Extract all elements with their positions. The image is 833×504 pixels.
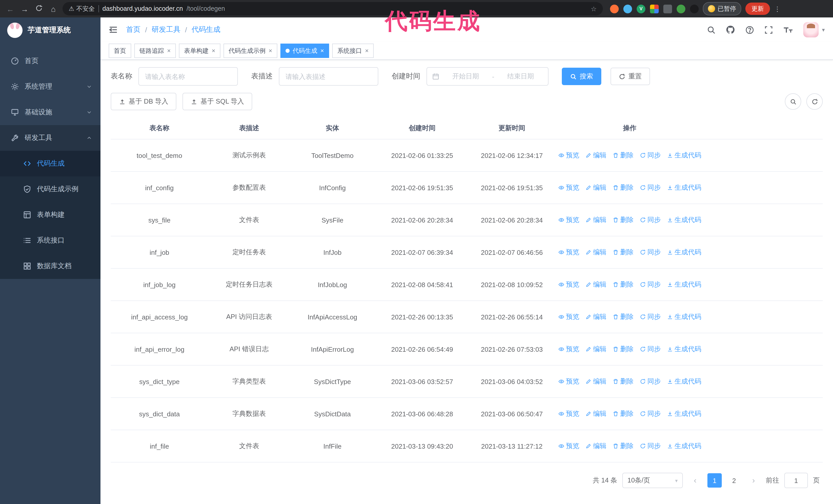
generate-code-link[interactable]: 生成代码 [667, 280, 701, 289]
preview-link[interactable]: 预览 [558, 280, 579, 289]
help-icon[interactable] [745, 25, 754, 34]
sync-link[interactable]: 同步 [640, 280, 661, 289]
tab-codegen[interactable]: 代码生成 × [280, 44, 329, 58]
edit-link[interactable]: 编辑 [586, 377, 606, 386]
preview-link[interactable]: 预览 [558, 377, 579, 386]
chrome-update-button[interactable]: 更新 [745, 3, 770, 15]
delete-link[interactable]: 删除 [613, 248, 634, 257]
edit-link[interactable]: 编辑 [586, 280, 606, 289]
fullscreen-icon[interactable] [765, 25, 773, 34]
preview-link[interactable]: 预览 [558, 215, 579, 224]
reload-icon[interactable] [34, 4, 44, 13]
sync-link[interactable]: 同步 [640, 312, 661, 321]
edit-link[interactable]: 编辑 [586, 441, 606, 451]
sync-link[interactable]: 同步 [640, 248, 661, 257]
sidebar-item-db-doc[interactable]: 数据库文档 [0, 253, 100, 279]
breadcrumb-home[interactable]: 首页 [126, 25, 140, 34]
generate-code-link[interactable]: 生成代码 [667, 441, 701, 451]
sync-link[interactable]: 同步 [640, 377, 661, 386]
edit-link[interactable]: 编辑 [586, 409, 606, 418]
profile-paused-chip[interactable]: 已暂停 [703, 2, 741, 16]
sync-link[interactable]: 同步 [640, 215, 661, 224]
generate-code-link[interactable]: 生成代码 [667, 183, 701, 192]
sidebar-item-dev-tools[interactable]: 研发工具 [0, 125, 100, 151]
extension-icon[interactable] [623, 4, 632, 13]
edit-link[interactable]: 编辑 [586, 151, 606, 160]
address-bar[interactable]: ⚠ 不安全 dashboard.yudao.iocoder.cn/tool/co… [63, 2, 603, 16]
tab-home[interactable]: 首页 [109, 44, 131, 58]
sidebar-item-home[interactable]: 首页 [0, 48, 100, 74]
refresh-button[interactable] [806, 93, 823, 110]
extension-icon[interactable]: V [637, 4, 645, 13]
generate-code-link[interactable]: 生成代码 [667, 377, 701, 386]
close-icon[interactable]: × [269, 48, 272, 54]
generate-code-link[interactable]: 生成代码 [667, 248, 701, 257]
back-icon[interactable]: ← [5, 4, 15, 13]
forward-icon[interactable]: → [20, 4, 30, 13]
page-button-2[interactable]: 2 [727, 473, 741, 487]
toggle-search-button[interactable] [785, 93, 801, 110]
edit-link[interactable]: 编辑 [586, 215, 606, 224]
user-menu[interactable]: ▾ [804, 22, 825, 38]
sync-link[interactable]: 同步 [640, 183, 661, 192]
generate-code-link[interactable]: 生成代码 [667, 312, 701, 321]
search-button[interactable]: 搜索 [562, 68, 601, 85]
puzzle-extension-icon[interactable] [690, 4, 699, 13]
page-button-1[interactable]: 1 [708, 473, 722, 487]
sidebar-fold-icon[interactable] [109, 25, 118, 34]
table-name-input[interactable] [138, 67, 238, 86]
generate-code-link[interactable]: 生成代码 [667, 344, 701, 354]
preview-link[interactable]: 预览 [558, 151, 579, 160]
home-icon[interactable]: ⌂ [48, 4, 58, 13]
next-page-button[interactable]: › [746, 473, 761, 487]
tab-codegen-example[interactable]: 代码生成示例 × [223, 44, 277, 58]
table-desc-input[interactable] [279, 67, 378, 86]
extension-icon[interactable] [663, 4, 672, 13]
goto-page-input[interactable] [784, 473, 808, 488]
tab-form-builder[interactable]: 表单构建 × [179, 44, 220, 58]
delete-link[interactable]: 删除 [613, 280, 634, 289]
import-sql-button[interactable]: 基于 SQL 导入 [183, 93, 253, 110]
preview-link[interactable]: 预览 [558, 441, 579, 451]
edit-link[interactable]: 编辑 [586, 248, 606, 257]
edit-link[interactable]: 编辑 [586, 312, 606, 321]
sidebar-item-form-builder[interactable]: 表单构建 [0, 202, 100, 227]
generate-code-link[interactable]: 生成代码 [667, 151, 701, 160]
font-size-icon[interactable] [784, 25, 793, 34]
sidebar-item-system[interactable]: 系统管理 [0, 74, 100, 99]
github-icon[interactable] [726, 25, 735, 34]
delete-link[interactable]: 删除 [613, 377, 634, 386]
sync-link[interactable]: 同步 [640, 409, 661, 418]
close-icon[interactable]: × [167, 48, 171, 54]
tab-tracing[interactable]: 链路追踪 × [134, 44, 176, 58]
sidebar-item-codegen-example[interactable]: 代码生成示例 [0, 176, 100, 202]
create-time-range-picker[interactable]: 开始日期 - 结束日期 [427, 67, 548, 86]
generate-code-link[interactable]: 生成代码 [667, 409, 701, 418]
sync-link[interactable]: 同步 [640, 441, 661, 451]
sidebar-item-codegen[interactable]: 代码生成 [0, 151, 100, 176]
import-db-button[interactable]: 基于 DB 导入 [111, 93, 176, 110]
delete-link[interactable]: 删除 [613, 409, 634, 418]
preview-link[interactable]: 预览 [558, 183, 579, 192]
delete-link[interactable]: 删除 [613, 151, 634, 160]
edit-link[interactable]: 编辑 [586, 344, 606, 354]
breadcrumb-dev-tools[interactable]: 研发工具 [152, 25, 181, 34]
preview-link[interactable]: 预览 [558, 409, 579, 418]
security-warning-icon[interactable]: ⚠ 不安全 [69, 4, 95, 13]
delete-link[interactable]: 删除 [613, 344, 634, 354]
bookmark-star-icon[interactable]: ☆ [591, 5, 597, 13]
sync-link[interactable]: 同步 [640, 344, 661, 354]
generate-code-link[interactable]: 生成代码 [667, 215, 701, 224]
page-size-select[interactable]: 10条/页 ▾ [622, 473, 683, 488]
close-icon[interactable]: × [212, 48, 215, 54]
sidebar-item-infrastructure[interactable]: 基础设施 [0, 99, 100, 125]
tab-system-api[interactable]: 系统接口 × [332, 44, 374, 58]
delete-link[interactable]: 删除 [613, 312, 634, 321]
extension-icon[interactable] [677, 4, 685, 13]
delete-link[interactable]: 删除 [613, 441, 634, 451]
close-icon[interactable]: × [365, 48, 368, 54]
extension-icon[interactable] [610, 4, 619, 13]
preview-link[interactable]: 预览 [558, 248, 579, 257]
sidebar-header[interactable]: 芋道管理系统 [0, 18, 100, 43]
preview-link[interactable]: 预览 [558, 312, 579, 321]
